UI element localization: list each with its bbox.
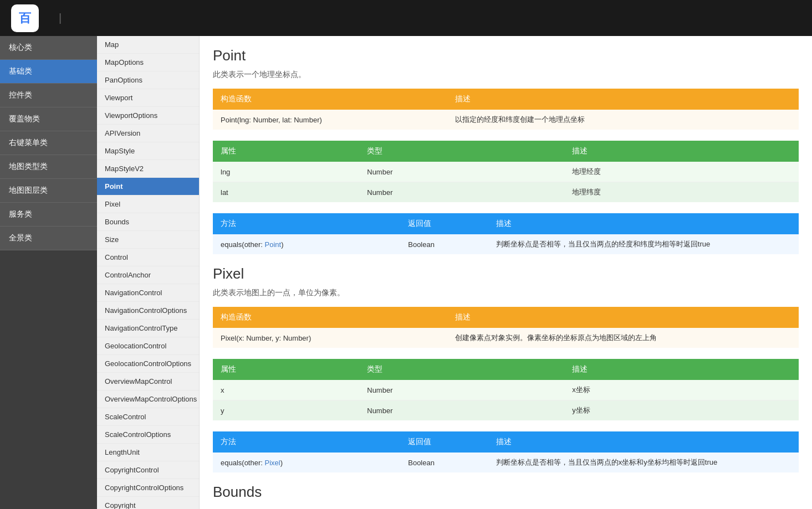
sidebar-item-control[interactable]: 控件类 — [0, 84, 97, 107]
section-title-bounds: Bounds — [213, 484, 799, 501]
baidu-logo-icon: 百 — [11, 4, 39, 32]
prop-type: Number — [359, 380, 564, 400]
props-table-pixel: 属性类型描述xNumberx坐标yNumbery坐标 — [213, 359, 799, 420]
methods-header-2: 描述 — [488, 213, 799, 234]
sidebar-item-panorama[interactable]: 全景类 — [0, 227, 97, 250]
section-title-pixel: Pixel — [213, 265, 799, 282]
main-layout: 核心类基础类控件类覆盖物类右键菜单类地图类型类地图图层类服务类全景类 MapMa… — [0, 36, 812, 509]
method-return: Boolean — [400, 234, 488, 254]
main-content: Point此类表示一个地理坐标点。构造函数描述Point(lng: Number… — [200, 36, 812, 509]
subnav-item-copyrightcontroloptions[interactable]: CopyrightControlOptions — [97, 479, 199, 497]
table-row: equals(other: Pixel)Boolean判断坐标点是否相等，当且仅… — [213, 453, 799, 472]
constructor-table-pixel: 构造函数描述Pixel(x: Number, y: Number)创建像素点对象… — [213, 307, 799, 348]
prop-name: lng — [213, 162, 359, 182]
subnav-item-viewport[interactable]: Viewport — [97, 89, 199, 107]
header: 百 | — [0, 0, 812, 36]
constructor-desc: 创建像素点对象实例。像素坐标的坐标原点为地图区域的左上角 — [447, 328, 799, 348]
constructor-header-0: 构造函数 — [213, 307, 447, 328]
subnav-item-copyright[interactable]: Copyright — [97, 497, 199, 509]
subnav-item-apiversion[interactable]: APIVersion — [97, 125, 199, 142]
header-logo: 百 — [11, 4, 44, 32]
constructor-desc: 以指定的经度和纬度创建一个地理点坐标 — [447, 110, 799, 130]
table-row: xNumberx坐标 — [213, 380, 799, 400]
section-desc-pixel: 此类表示地图上的一点，单位为像素。 — [213, 288, 799, 298]
table-row: latNumber地理纬度 — [213, 182, 799, 203]
subnav-item-overviewmapcontrol[interactable]: OverviewMapControl — [97, 373, 199, 390]
props-header-2: 描述 — [564, 141, 799, 162]
methods-header-0: 方法 — [213, 213, 400, 234]
constructor-signature: Pixel(x: Number, y: Number) — [213, 328, 447, 348]
subnav-item-viewportoptions[interactable]: ViewportOptions — [97, 107, 199, 125]
sidebar-item-service[interactable]: 服务类 — [0, 203, 97, 227]
subnav-item-controlanchor[interactable]: ControlAnchor — [97, 266, 199, 284]
methods-table-point: 方法返回值描述equals(other: Point)Boolean判断坐标点是… — [213, 213, 799, 254]
method-link[interactable]: Point — [265, 240, 282, 249]
prop-type: Number — [359, 162, 564, 182]
props-header-2: 描述 — [564, 359, 799, 380]
sidebar: 核心类基础类控件类覆盖物类右键菜单类地图类型类地图图层类服务类全景类 — [0, 36, 97, 509]
subnav-item-scalecontrol[interactable]: ScaleControl — [97, 408, 199, 426]
prop-type: Number — [359, 400, 564, 421]
sidebar-item-core[interactable]: 核心类 — [0, 36, 97, 60]
prop-type: Number — [359, 182, 564, 203]
subnav-item-copyrightcontrol[interactable]: CopyrightControl — [97, 461, 199, 479]
method-return: Boolean — [400, 453, 488, 472]
prop-desc: 地理纬度 — [564, 182, 799, 203]
sub-nav: MapMapOptionsPanOptionsViewportViewportO… — [97, 36, 200, 509]
method-signature: equals(other: Point) — [213, 234, 400, 254]
subnav-item-geolocationcontroloptions[interactable]: GeolocationControlOptions — [97, 355, 199, 373]
method-signature: equals(other: Pixel) — [213, 453, 400, 472]
sidebar-item-maptype[interactable]: 地图类型类 — [0, 155, 97, 179]
subnav-item-geolocationcontrol[interactable]: GeolocationControl — [97, 337, 199, 355]
methods-table-pixel: 方法返回值描述equals(other: Pixel)Boolean判断坐标点是… — [213, 431, 799, 472]
subnav-item-navigationcontrol[interactable]: NavigationControl — [97, 284, 199, 302]
sidebar-item-overlay[interactable]: 覆盖物类 — [0, 107, 97, 131]
subnav-item-navigationcontroltype[interactable]: NavigationControlType — [97, 320, 199, 337]
method-link[interactable]: Pixel — [265, 459, 280, 467]
subnav-item-size[interactable]: Size — [97, 231, 199, 249]
sidebar-item-maplayer[interactable]: 地图图层类 — [0, 179, 97, 203]
prop-name: y — [213, 400, 359, 421]
props-header-0: 属性 — [213, 141, 359, 162]
table-row: lngNumber地理经度 — [213, 162, 799, 182]
prop-desc: y坐标 — [564, 400, 799, 421]
props-table-point: 属性类型描述lngNumber地理经度latNumber地理纬度 — [213, 141, 799, 202]
constructor-signature: Point(lng: Number, lat: Number) — [213, 110, 447, 130]
subnav-item-panoptions[interactable]: PanOptions — [97, 71, 199, 89]
props-header-0: 属性 — [213, 359, 359, 380]
subnav-item-mapstylesv2[interactable]: MapStyleV2 — [97, 160, 199, 178]
table-row: Pixel(x: Number, y: Number)创建像素点对象实例。像素坐… — [213, 328, 799, 348]
table-row: yNumbery坐标 — [213, 400, 799, 421]
props-header-1: 类型 — [359, 359, 564, 380]
prop-name: x — [213, 380, 359, 400]
sidebar-item-basic[interactable]: 基础类 — [0, 60, 97, 84]
constructor-header-1: 描述 — [447, 89, 799, 110]
subnav-item-lengthunit[interactable]: LengthUnit — [97, 444, 199, 461]
methods-header-0: 方法 — [213, 431, 400, 453]
subnav-item-control[interactable]: Control — [97, 249, 199, 266]
sidebar-item-rightmenu[interactable]: 右键菜单类 — [0, 131, 97, 155]
header-divider: | — [59, 12, 62, 24]
subnav-item-overviewmapcontroloptions[interactable]: OverviewMapControlOptions — [97, 390, 199, 408]
subnav-item-bounds[interactable]: Bounds — [97, 213, 199, 231]
prop-desc: 地理经度 — [564, 162, 799, 182]
prop-desc: x坐标 — [564, 380, 799, 400]
methods-header-2: 描述 — [488, 431, 799, 453]
table-row: equals(other: Point)Boolean判断坐标点是否相等，当且仅… — [213, 234, 799, 254]
subnav-item-mapstyle[interactable]: MapStyle — [97, 142, 199, 160]
constructor-table-point: 构造函数描述Point(lng: Number, lat: Number)以指定… — [213, 89, 799, 130]
subnav-item-navigationcontroloptions[interactable]: NavigationControlOptions — [97, 302, 199, 320]
subnav-item-pixel[interactable]: Pixel — [97, 196, 199, 213]
constructor-header-1: 描述 — [447, 307, 799, 328]
subnav-item-scalecontroloptions[interactable]: ScaleControlOptions — [97, 426, 199, 444]
methods-header-1: 返回值 — [400, 213, 488, 234]
subnav-item-point[interactable]: Point — [97, 178, 199, 196]
methods-header-1: 返回值 — [400, 431, 488, 453]
method-desc: 判断坐标点是否相等，当且仅当两点的x坐标和y坐标均相等时返回true — [488, 453, 799, 472]
prop-name: lat — [213, 182, 359, 203]
section-desc-point: 此类表示一个地理坐标点。 — [213, 70, 799, 80]
method-desc: 判断坐标点是否相等，当且仅当两点的经度和纬度均相等时返回true — [488, 234, 799, 254]
constructor-header-0: 构造函数 — [213, 89, 447, 110]
subnav-item-map[interactable]: Map — [97, 36, 199, 54]
subnav-item-mapoptions[interactable]: MapOptions — [97, 54, 199, 71]
